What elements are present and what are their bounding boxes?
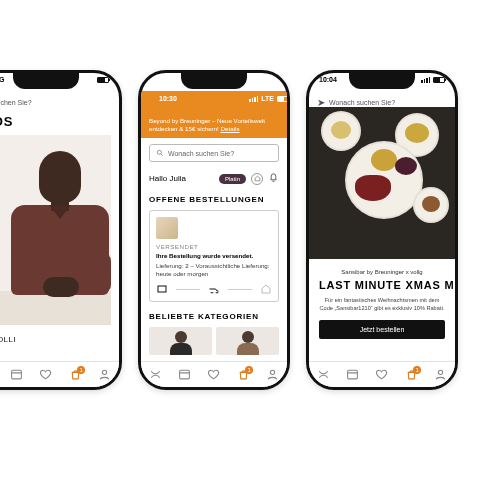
- battery-icon: [97, 77, 109, 83]
- search-placeholder: Wonach suchen Sie?: [329, 99, 395, 106]
- banner-details-link[interactable]: Details: [221, 125, 240, 132]
- tab-account[interactable]: [265, 368, 279, 382]
- tab-bar: 1: [141, 361, 287, 387]
- tier-badge[interactable]: Platin: [219, 174, 246, 184]
- order-delivery: Lieferung: 2 – Voraussichtliche Lieferun…: [156, 262, 272, 278]
- status-bar: 10:30 LTE: [159, 95, 287, 103]
- promo-title: LAST MINUTE XMAS M: [319, 279, 445, 291]
- tab-browse[interactable]: [10, 368, 24, 382]
- phone-mockups-row: 5G ➤ suchen Sie? NDS OMOLLI: [0, 0, 500, 500]
- tab-bag[interactable]: 1: [404, 368, 418, 382]
- hero-image[interactable]: [0, 135, 111, 325]
- plate-main: [345, 141, 423, 219]
- tab-wishlist[interactable]: [207, 368, 221, 382]
- bag-badge: 1: [77, 366, 85, 374]
- order-card[interactable]: VERSENDET Ihre Bestellung wurde versende…: [149, 210, 279, 302]
- tab-bar: 1: [0, 361, 119, 387]
- svg-point-5: [270, 370, 274, 374]
- bell-icon[interactable]: [268, 172, 279, 185]
- svg-rect-0: [12, 370, 22, 379]
- category-tile[interactable]: [149, 327, 212, 355]
- tab-wishlist[interactable]: [375, 368, 389, 382]
- food-hero-image[interactable]: [309, 107, 455, 259]
- promo-panel: Sansibar by Breuninger x vollg LAST MINU…: [309, 259, 455, 361]
- promo-description: Für ein fantastisches Weihnachtsmen mit …: [319, 297, 445, 312]
- tab-browse[interactable]: [178, 368, 192, 382]
- time: 10:30: [159, 95, 177, 103]
- search-input[interactable]: Wonach suchen Sie?: [149, 144, 279, 162]
- promo-subtitle: Sansibar by Breuninger x vollg: [319, 269, 445, 275]
- time: 10:04: [319, 76, 337, 83]
- search-placeholder: Wonach suchen Sie?: [168, 150, 234, 157]
- screen: ➤ suchen Sie? NDS OMOLLI: [0, 73, 119, 387]
- section-categories: BELIEBTE KATEGORIEN: [141, 308, 287, 325]
- notch: [13, 73, 79, 89]
- svg-rect-6: [348, 370, 358, 379]
- bag-badge: 1: [245, 366, 253, 374]
- network-label: LTE: [261, 95, 274, 103]
- order-now-button[interactable]: Jetzt bestellen: [319, 320, 445, 339]
- tab-logo[interactable]: [149, 368, 163, 382]
- bag-badge: 1: [413, 366, 421, 374]
- svg-rect-4: [180, 370, 190, 379]
- tab-account[interactable]: [433, 368, 447, 382]
- phone-1: 5G ➤ suchen Sie? NDS OMOLLI: [0, 70, 122, 390]
- brand-label: OMOLLI: [0, 325, 119, 344]
- tab-wishlist[interactable]: [39, 368, 53, 382]
- phone-2: 10:30 LTE Beyond by Breuninger – Neue Vo…: [138, 70, 290, 390]
- tab-bar: 1: [309, 361, 455, 387]
- screen: 10:30 LTE Beyond by Breuninger – Neue Vo…: [141, 73, 287, 387]
- battery-icon: [433, 77, 445, 83]
- notch: [181, 73, 247, 89]
- svg-point-7: [438, 370, 442, 374]
- progress-step-delivered-icon: [260, 283, 272, 295]
- svg-point-1: [102, 370, 106, 374]
- tab-bag[interactable]: 1: [236, 368, 250, 382]
- promo-banner[interactable]: 10:30 LTE Beyond by Breuninger – Neue Vo…: [141, 91, 287, 138]
- tab-browse[interactable]: [346, 368, 360, 382]
- signal-icon: [421, 77, 430, 83]
- notch: [349, 73, 415, 89]
- banner-text: Beyond by Breuninger – Neue Vorteilswelt…: [149, 117, 265, 131]
- network-label: 5G: [0, 76, 4, 83]
- svg-point-2: [157, 151, 161, 155]
- signal-icon: [249, 96, 258, 102]
- greeting-text: Hallo Julia: [149, 174, 186, 183]
- plate: [321, 111, 361, 151]
- tab-logo[interactable]: [317, 368, 331, 382]
- home-store-icon[interactable]: [251, 173, 263, 185]
- svg-rect-3: [158, 286, 166, 292]
- greeting-row: Hallo Julia Platin: [141, 168, 287, 191]
- section-open-orders: OFFENE BESTELLUNGEN: [141, 191, 287, 208]
- progress-step-ordered-icon: [156, 283, 168, 295]
- tab-bag[interactable]: 1: [68, 368, 82, 382]
- category-tile[interactable]: [216, 327, 279, 355]
- hero-heading: NDS: [0, 112, 119, 135]
- order-thumbnail: [156, 217, 178, 239]
- order-status-label: VERSENDET: [156, 243, 272, 251]
- battery-icon: [277, 96, 287, 102]
- search-placeholder: suchen Sie?: [0, 99, 32, 106]
- order-progress: [156, 283, 272, 295]
- category-row: [141, 325, 287, 357]
- progress-step-shipped-icon: [208, 283, 220, 295]
- phone-3: 10:04 ➤ Wonach suchen Sie? Sansibar by B…: [306, 70, 458, 390]
- order-title: Ihre Bestellung wurde versendet.: [156, 252, 272, 260]
- plate: [413, 187, 449, 223]
- tab-account[interactable]: [97, 368, 111, 382]
- search-icon: [156, 149, 164, 157]
- search-row[interactable]: ➤ suchen Sie?: [0, 97, 111, 108]
- screen: ➤ Wonach suchen Sie? Sansibar by Breunin…: [309, 73, 455, 387]
- model-illustration: [0, 135, 111, 325]
